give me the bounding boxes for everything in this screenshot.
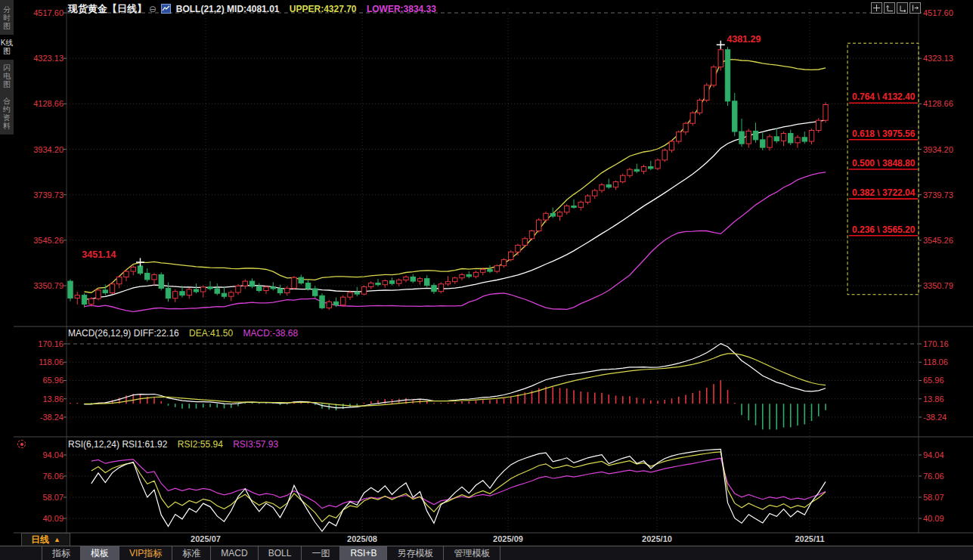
tab-4[interactable]: 标准 (172, 546, 211, 560)
tab-8[interactable]: RSI+B (340, 546, 387, 560)
left-sidebar: 分时图K线图闪电图合约资料 (0, 0, 14, 560)
rsi3-label: RSI3:57.93 (233, 439, 278, 450)
price-annotation: 3451.14 (82, 249, 116, 260)
chart-canvas[interactable]: 0.764 \ 4132.400.618 \ 3975.560.500 \ 38… (0, 0, 973, 560)
collapse-icon[interactable]: ⊖ (149, 4, 156, 14)
boll-upper-label: UPPER:4327.70 (290, 4, 357, 14)
boll-upper-band (85, 60, 826, 293)
axis-zoom-right-icon[interactable] (897, 2, 908, 14)
sidebar-item-4[interactable]: 合约资料 (0, 93, 14, 135)
fibonacci-level-label: 0.382 \ 3722.04 (852, 187, 916, 198)
rsi2-line (91, 452, 826, 522)
rsi3-line (91, 458, 826, 508)
rsi-name-label: RSI(6,12,24) RSI1:61.92 (68, 439, 167, 450)
tab-9[interactable]: 另存模板 (387, 546, 444, 560)
period-button-label: 日线 (31, 534, 49, 546)
x-axis-date-label: 2025/09 (493, 534, 523, 543)
sidebar-item-3[interactable]: 闪电图 (0, 60, 14, 93)
rsi2-label: RSI2:55.94 (178, 439, 223, 450)
macd-panel-header: MACD(26,12,9) DIFF:22.16 DEA:41.50 MACD:… (68, 328, 298, 339)
x-axis-row: 日线 ▲ 2025/072025/082025/092025/102025/11 (14, 534, 973, 546)
indicator-settings-icon[interactable] (17, 440, 26, 448)
boll-lower-label: LOWER:3834.33 (367, 4, 436, 14)
macd-dea-line (85, 354, 826, 406)
boll-mid-band (85, 120, 826, 299)
macd-diff-line (85, 344, 826, 408)
x-axis-date-label: 2025/07 (191, 534, 221, 543)
tab-6[interactable]: BOLL (259, 546, 302, 560)
sidebar-item-2[interactable]: K线图 (0, 35, 14, 60)
axis-zoom-left-icon[interactable] (884, 2, 895, 14)
main-chart-header: 现货黄金【日线】⊖ BOLL(21,2) MID:4081.01 UPPER:4… (68, 2, 436, 16)
boll-indicator-label: BOLL(21,2) MID:4081.01 (176, 4, 280, 14)
tab-7[interactable]: 一图 (302, 546, 340, 560)
tab-1[interactable]: 指标 (42, 546, 81, 560)
macd-name-label: MACD(26,12,9) DIFF:22.16 (68, 328, 179, 339)
symbol-name: 现货黄金 (68, 3, 107, 14)
tab-3[interactable]: VIP指标 (119, 546, 172, 560)
macd-dea-label: DEA:41.50 (189, 328, 233, 339)
triangle-up-icon: ▲ (54, 536, 60, 543)
pan-right-icon[interactable] (909, 2, 921, 14)
bottom-tab-bar: 指标模板VIP指标标准MACDBOLL一图RSI+B另存模板管理模板 (0, 546, 973, 560)
rsi1-line (91, 449, 826, 531)
chart-toolbar (871, 2, 921, 14)
price-marker-cross (136, 258, 144, 266)
macd-value-label: MACD:-38.68 (243, 328, 298, 339)
rsi-panel-header: RSI(6,12,24) RSI1:61.92 RSI2:55.94 RSI3:… (68, 439, 278, 450)
fibonacci-level-label: 0.500 \ 3848.80 (852, 158, 916, 169)
price-marker-cross (717, 41, 725, 49)
crosshair-icon[interactable] (871, 2, 882, 14)
macd-histogram (70, 380, 826, 429)
x-axis-date-label: 2025/11 (795, 534, 824, 543)
fibonacci-level-label: 0.764 \ 4132.40 (852, 91, 916, 102)
tab-5[interactable]: MACD (211, 546, 258, 560)
period-label: 【日线】 (107, 3, 147, 14)
sidebar-item-1[interactable]: 分时图 (0, 2, 14, 35)
x-axis-date-label: 2025/10 (642, 534, 672, 543)
kline-style-icon[interactable] (161, 4, 171, 14)
x-axis-date-label: 2025/08 (347, 534, 377, 543)
fibonacci-level-label: 0.618 \ 3975.56 (852, 128, 916, 139)
chart-type-menu: 分时图K线图闪电图合约资料 (0, 0, 14, 135)
fibonacci-level-label: 0.236 \ 3565.20 (852, 224, 916, 235)
tab-2[interactable]: 模板 (81, 546, 119, 560)
candlestick-series (68, 45, 828, 310)
tab-10[interactable]: 管理模板 (444, 546, 500, 560)
price-annotation: 4381.29 (727, 34, 761, 45)
period-selector-button[interactable]: 日线 ▲ (21, 533, 70, 546)
